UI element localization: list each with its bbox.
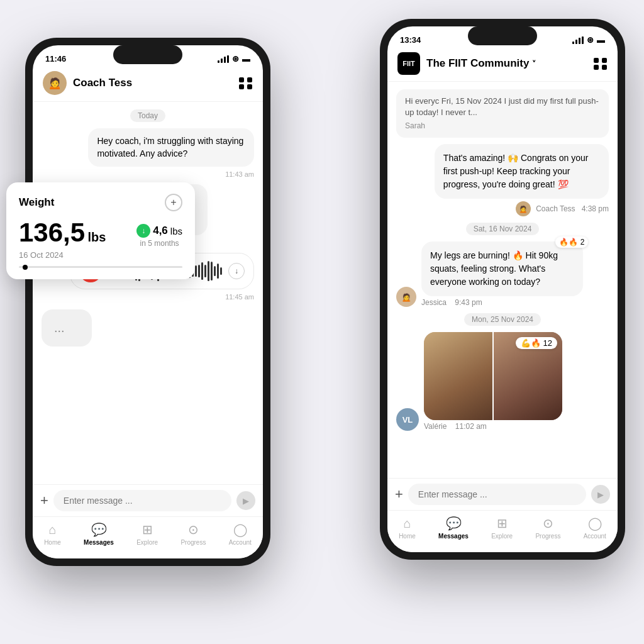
valerie-message: VL 💪 (396, 332, 583, 431)
input-bar-1: + ▶ (33, 484, 263, 516)
preview-message: Hi everyc Fri, 15 Nov 2024 I just did my… (396, 89, 609, 138)
jessica-bubble: My legs are burning! 🔥 Hit 90kg squats, … (421, 242, 583, 296)
nav-progress-label-2: Progress (535, 533, 560, 540)
weight-title: Weight (19, 196, 54, 209)
progress-icon-1: ⊙ (188, 522, 199, 537)
coach-meta: 🙍 Coach Tess 4:38 pm (435, 201, 609, 216)
send-button-1[interactable]: ▶ (236, 491, 255, 510)
jessica-message: 🙍 My legs are burning! 🔥 Hit 90kg squats… (396, 242, 583, 307)
status-icons-1: ⊛ ▬ (218, 54, 250, 64)
grid-icon-1[interactable] (239, 77, 253, 89)
messages-icon-2: 💬 (446, 516, 462, 531)
weight-card: Weight + 136,5 lbs ↓ 4,6 lbs in 5 months… (6, 182, 195, 279)
weight-value-group: 136,5 lbs (19, 218, 106, 248)
nav-home-label-1: Home (44, 539, 61, 546)
weight-unit: lbs (88, 230, 106, 244)
weight-add-button[interactable]: + (165, 194, 182, 211)
preview-text: Hi everyc Fri, 15 Nov 2024 I just did my… (405, 96, 599, 117)
nav-messages-2[interactable]: 💬 Messages (438, 516, 469, 540)
phone-1: 11:46 ⊛ ▬ 🙍 Coach Tess Today (25, 38, 270, 566)
weight-progress-bar (19, 266, 182, 268)
community-dropdown-caret[interactable]: ˅ (532, 60, 536, 69)
coach-avatar-1: 🙍 (43, 71, 67, 95)
coach-time: 4:38 pm (582, 204, 609, 213)
status-icons-2: ⊛ ▬ (572, 35, 605, 45)
message-input-2[interactable] (408, 484, 586, 505)
nav-messages-label-2: Messages (438, 533, 469, 540)
send-button-2[interactable]: ▶ (591, 485, 610, 504)
nav-explore-label-1: Explore (136, 539, 158, 546)
nav-messages-label-1: Messages (84, 539, 114, 546)
bottom-nav-2: ⌂ Home 💬 Messages ⊞ Explore ⊙ Progress ◯… (387, 510, 618, 552)
nav-account-label-1: Account (229, 539, 252, 546)
change-period: in 5 months (140, 239, 179, 248)
chat-body-1: Today Hey coach, i'm struggling with sta… (33, 102, 263, 484)
input-bar-2: + ▶ (387, 478, 618, 510)
nav-explore-2[interactable]: ⊞ Explore (491, 516, 513, 540)
progress-icon-2: ⊙ (543, 516, 553, 531)
date-label-2: Sat, 16 Nov 2024 (466, 223, 540, 235)
nav-home-label-2: Home (399, 533, 416, 540)
battery-icon-2: ▬ (597, 35, 605, 45)
messages-icon-1: 💬 (91, 522, 107, 537)
add-attachment-button[interactable]: + (40, 492, 48, 509)
time-1: 11:46 (45, 54, 66, 64)
jessica-reaction: 🔥🔥 2 (555, 236, 588, 248)
jessica-time: 9:43 pm (455, 298, 482, 307)
wifi-icon-2: ⊛ (587, 35, 594, 45)
coach-name-2: Coach Tess (536, 204, 575, 213)
community-name: The FIIT Community ˅ (426, 57, 594, 70)
jessica-name: Jessica (421, 298, 447, 307)
weight-change-row: ↓ 4,6 lbs (136, 224, 182, 238)
account-icon-2: ◯ (588, 516, 602, 531)
weight-number: 136,5 (19, 218, 85, 247)
valerie-avatar: VL (396, 408, 419, 431)
community-name-text: The FIIT Community (426, 57, 529, 69)
valerie-time: 11:02 am (455, 422, 487, 431)
nav-messages-1[interactable]: 💬 Messages (84, 522, 114, 546)
date-label-1: Today (130, 109, 165, 122)
account-icon-1: ◯ (233, 522, 247, 537)
signal-icon-2 (572, 36, 584, 44)
phone-2: 13:34 ⊛ ▬ FIIT The FIIT Community ˅ (380, 19, 625, 560)
home-icon-2: ⌂ (403, 516, 411, 531)
change-value: 4,6 (153, 225, 168, 237)
typing-indicator: ... (42, 309, 92, 347)
add-attachment-button-2[interactable]: + (395, 486, 403, 502)
nav-progress-label-1: Progress (180, 539, 206, 546)
valerie-name: Valérie (424, 422, 447, 431)
nav-progress-2[interactable]: ⊙ Progress (535, 516, 560, 540)
message-1: Hey coach, i'm struggling with staying m… (88, 128, 254, 167)
weight-change-group: ↓ 4,6 lbs in 5 months (136, 224, 182, 248)
voice-download-icon[interactable]: ↓ (228, 263, 245, 279)
phone-2-notch (468, 26, 537, 45)
nav-home-1[interactable]: ⌂ Home (44, 523, 61, 546)
nav-account-1[interactable]: ◯ Account (229, 522, 252, 546)
valerie-msg-inner: 💪🔥 12 Valérie 11:02 am (424, 332, 562, 431)
community-body: Hi everyc Fri, 15 Nov 2024 I just did my… (387, 82, 618, 478)
nav-home-2[interactable]: ⌂ Home (399, 516, 416, 540)
nav-progress-1[interactable]: ⊙ Progress (180, 522, 206, 546)
jessica-msg-inner: My legs are burning! 🔥 Hit 90kg squats, … (421, 242, 583, 307)
jessica-avatar: 🙍 (396, 287, 416, 307)
coach-message: That's amazing! 🙌 Congrats on your first… (435, 144, 609, 216)
jessica-meta: Jessica 9:43 pm (421, 298, 583, 307)
grid-icon-2[interactable] (594, 58, 608, 70)
weight-bar-indicator (23, 265, 28, 270)
valerie-reaction: 💪🔥 12 (516, 337, 557, 349)
nav-account-label-2: Account (584, 533, 606, 540)
nav-account-2[interactable]: ◯ Account (584, 516, 606, 540)
nav-explore-1[interactable]: ⊞ Explore (136, 522, 158, 546)
coach-name-time: Coach Tess 4:38 pm (536, 204, 609, 213)
weight-card-header: Weight + (19, 194, 182, 211)
message-input-1[interactable] (53, 490, 231, 511)
voice-time: 11:45 am (225, 293, 254, 301)
community-header: FIIT The FIIT Community ˅ (387, 47, 618, 82)
time-2: 13:34 (400, 35, 421, 45)
chat-header-1: 🙍 Coach Tess (33, 66, 263, 102)
coach-avatar-2: 🙍 (516, 201, 531, 216)
explore-icon-1: ⊞ (142, 522, 153, 537)
weight-main: 136,5 lbs ↓ 4,6 lbs in 5 months (19, 218, 182, 248)
preview-author: Sarah (405, 121, 600, 131)
home-icon-1: ⌂ (48, 523, 56, 537)
